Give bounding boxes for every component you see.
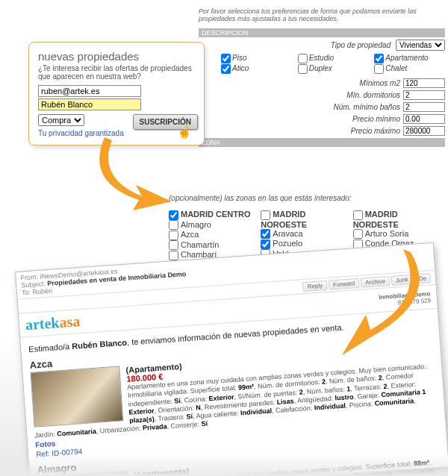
bottom-fade [0,454,448,476]
form-row: Precio máximo [199,126,445,136]
row-input[interactable] [403,78,445,88]
tipo-label: Tipo de propiedad [331,41,391,49]
section-descripcion: DESCRIPCION [199,28,445,37]
zone-checkbox[interactable] [169,240,178,250]
arrow-icon [321,246,441,366]
name-field[interactable] [38,98,141,110]
zone-checkbox[interactable] [261,229,270,239]
form-row: Precio mínimo [199,114,445,124]
zone-checkbox[interactable] [353,210,363,220]
row-label: Precio mínimo [352,115,400,123]
type-option[interactable]: Atico [221,64,292,74]
type-checkbox[interactable] [298,54,308,63]
type-grid: PisoEstudioApartamentoAticoDuplexChalet [221,54,445,74]
row-input[interactable] [403,114,445,124]
tipo-row: Tipo de propiedad Viviendas [199,40,445,51]
form-row: Mín. dormitorios [199,90,445,100]
property-image [30,366,123,428]
preferences-form: Por favor selecciona tus preferencias de… [199,7,445,148]
form-row: Mínimos m2 [199,78,445,88]
type-option[interactable]: Duplex [298,64,369,74]
row-label: Mín. dormitorios [346,91,400,99]
type-option[interactable]: Chalet [374,64,445,74]
zone-item[interactable]: Almagro [169,220,253,231]
brand-logo: artekasa [25,313,81,333]
form-header: Por favor selecciona tus preferencias de… [199,7,445,22]
zone-item[interactable]: Azca [169,230,253,240]
zone-checkbox[interactable] [353,229,363,239]
subscription-panel: nuevas propiedades ¿Te interesa recibir … [28,42,205,145]
email-field[interactable] [38,85,141,97]
row-input[interactable] [403,102,445,112]
type-checkbox[interactable] [374,54,384,63]
row-label: Núm. mínimo baños [334,103,400,111]
zone-checkbox[interactable] [169,231,178,240]
type-option[interactable]: Apartamento [374,54,445,63]
row-input[interactable] [403,90,445,100]
row-label: Mínimos m2 [360,79,400,87]
zone-checkbox[interactable] [169,220,178,230]
type-checkbox[interactable] [374,64,384,74]
type-checkbox[interactable] [221,64,231,74]
panel-question: ¿Te interesa recibir las ofertas de prop… [38,64,195,81]
arrow-icon [90,133,224,215]
type-checkbox[interactable] [298,64,308,74]
zone-checkbox[interactable] [169,251,178,260]
zone-header[interactable]: MADRID NOROESTE [261,210,345,229]
panel-title: nuevas propiedades [38,50,195,63]
tipo-select[interactable]: Viviendas [396,40,445,51]
zone-item[interactable]: Aravaca [261,229,345,239]
zone-checkbox[interactable] [261,239,270,249]
type-checkbox[interactable] [221,54,231,63]
row-label: Precio máximo [351,127,400,135]
section-zona: ZONA [199,138,445,147]
form-row: Núm. mínimo baños [199,102,445,112]
zone-checkbox[interactable] [261,210,270,220]
operation-select[interactable]: Compra [38,114,84,126]
zone-item[interactable]: Arturo Soria [353,229,438,239]
type-option[interactable]: Piso [221,54,292,63]
zone-item[interactable]: Chamartín [169,240,253,251]
zone-header[interactable]: MADRID NORDESTE [353,210,438,229]
type-option[interactable]: Estudio [298,54,369,63]
row-input[interactable] [403,126,445,136]
